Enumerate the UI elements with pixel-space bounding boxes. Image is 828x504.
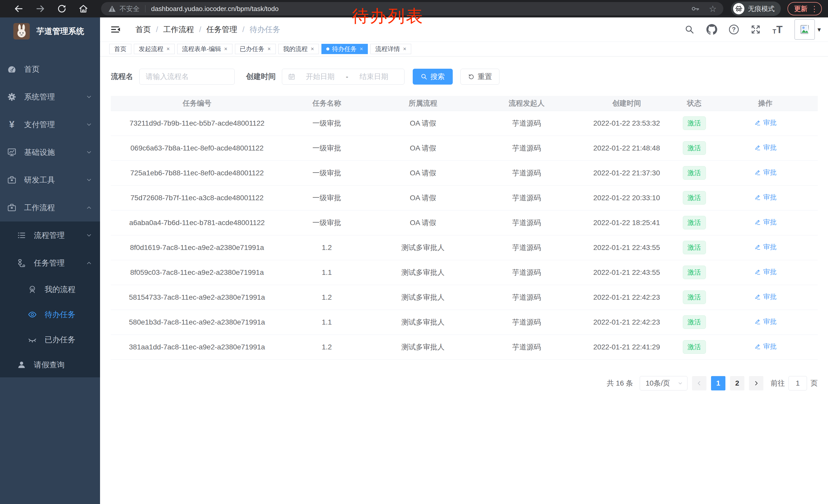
tab-process-form-edit[interactable]: 流程表单-编辑 × — [177, 44, 233, 54]
url-text: dashboard.yudao.iocoder.cn/bpm/task/todo — [151, 5, 279, 13]
chevron-up-icon — [86, 204, 92, 211]
breadcrumb-item[interactable]: 首页 — [135, 25, 151, 35]
topbar-actions: ? TT ▾ — [672, 19, 821, 40]
cell-starter: 芋道源码 — [475, 260, 578, 285]
table-row: 58154733-7ac8-11ec-a9e2-a2380e71991a 1.2… — [111, 285, 818, 310]
address-bar[interactable]: 不安全 dashboard.yudao.iocoder.cn/bpm/task/… — [101, 2, 723, 15]
sidebar-item-payment[interactable]: ¥ 支付管理 — [0, 111, 100, 138]
font-size-button[interactable]: TT — [773, 25, 783, 35]
screen: 不安全 dashboard.yudao.iocoder.cn/bpm/task/… — [0, 0, 828, 504]
bookmark-star-icon[interactable]: ☆ — [709, 4, 717, 14]
close-icon[interactable]: × — [403, 46, 406, 52]
chevron-down-icon — [86, 177, 92, 183]
breadcrumb-item[interactable]: 任务管理 — [206, 25, 237, 35]
next-page-button[interactable] — [749, 376, 763, 391]
cell-created-time: 2022-01-22 20:33:10 — [578, 185, 676, 210]
cell-starter: 芋道源码 — [475, 334, 578, 359]
tab-home[interactable]: 首页 — [109, 44, 131, 54]
browser-forward-button[interactable] — [33, 2, 47, 16]
reset-button-label: 重置 — [478, 72, 492, 82]
table-header: 任务编号 任务名称 所属流程 流程发起人 创建时间 状态 操作 — [111, 96, 818, 111]
cell-starter: 芋道源码 — [475, 136, 578, 161]
cell-task-id: 8f059c03-7ac8-11ec-a9e2-a2380e71991a — [111, 260, 283, 285]
tab-todo-tasks[interactable]: 待办任务 × — [321, 44, 368, 54]
reset-button[interactable]: 重置 — [460, 69, 499, 85]
sidebar-item-label: 工作流程 — [24, 202, 86, 213]
sidebar-item-workflow[interactable]: 工作流程 — [0, 194, 100, 222]
password-key-icon[interactable] — [691, 4, 700, 13]
cell-status: 激活 — [676, 285, 713, 310]
sidebar-collapse-button[interactable] — [110, 24, 121, 35]
browser-reload-button[interactable] — [55, 2, 69, 16]
range-separator: - — [345, 73, 349, 81]
tab-done-tasks[interactable]: 已办任务 × — [235, 44, 276, 54]
font-size-small-glyph: T — [773, 29, 777, 35]
tab-my-processes[interactable]: 我的流程 × — [278, 44, 319, 54]
browser-home-button[interactable] — [76, 2, 90, 16]
tab-process-detail[interactable]: 流程详情 × — [370, 44, 411, 54]
cell-task-id: 73211d9d-7b9b-11ec-b5b7-acde48001122 — [111, 111, 283, 136]
sidebar-logo[interactable]: 芋道管理系统 — [0, 17, 100, 45]
col-task-id: 任务编号 — [111, 96, 283, 111]
page-button-2[interactable]: 2 — [730, 376, 744, 391]
approve-button[interactable]: 审批 — [754, 317, 777, 326]
approve-button[interactable]: 审批 — [754, 267, 777, 276]
sidebar-item-home[interactable]: 首页 — [0, 55, 100, 83]
sidebar-item-system[interactable]: 系统管理 — [0, 83, 100, 111]
tab-label: 流程表单-编辑 — [182, 45, 221, 53]
date-range-picker[interactable]: 开始日期 - 结束日期 — [282, 69, 405, 85]
close-icon[interactable]: × — [360, 46, 363, 52]
status-badge: 激活 — [683, 191, 706, 204]
sidebar-item-label: 任务管理 — [34, 258, 86, 268]
cell-task-name: 1.1 — [283, 260, 370, 285]
prev-page-button[interactable] — [692, 376, 706, 391]
status-badge: 激活 — [683, 241, 706, 254]
approve-button[interactable]: 审批 — [754, 292, 777, 301]
sidebar-item-task-management[interactable]: 任务管理 — [0, 249, 100, 277]
approve-button[interactable]: 审批 — [754, 242, 777, 251]
search-button[interactable]: 搜索 — [413, 69, 453, 85]
github-link[interactable] — [706, 24, 717, 35]
close-icon[interactable]: × — [311, 46, 314, 52]
sidebar-item-my-processes[interactable]: 我的流程 — [0, 277, 100, 302]
close-icon[interactable]: × — [267, 46, 271, 52]
browser-update-button[interactable]: 更新 ⋮ — [787, 2, 822, 15]
cell-created-time: 2022-01-22 21:37:30 — [578, 161, 676, 185]
briefcase-icon — [7, 175, 17, 185]
sidebar-item-infrastructure[interactable]: 基础设施 — [0, 138, 100, 166]
user-avatar[interactable]: ▾ — [794, 19, 821, 40]
cell-task-id: 580e1b3d-7ac8-11ec-a9e2-a2380e71991a — [111, 310, 283, 334]
cell-task-id: a6aba0a4-7b6d-11ec-b781-acde48001122 — [111, 210, 283, 235]
header-search-button[interactable] — [685, 25, 695, 35]
sidebar-item-leave-query[interactable]: 请假查询 — [0, 352, 100, 377]
approve-button[interactable]: 审批 — [754, 143, 777, 152]
sidebar-item-todo-tasks[interactable]: 待办任务 — [0, 302, 100, 327]
fullscreen-button[interactable] — [750, 25, 761, 35]
approve-label: 审批 — [763, 168, 777, 177]
cell-task-id: 8f0d1619-7ac8-11ec-a9e2-a2380e71991a — [111, 235, 283, 260]
approve-label: 审批 — [763, 292, 777, 301]
process-name-input[interactable] — [139, 69, 235, 85]
browser-menu-icon[interactable]: ⋮ — [811, 4, 818, 13]
cell-starter: 芋道源码 — [475, 185, 578, 210]
close-icon[interactable]: × — [224, 46, 227, 52]
approve-button[interactable]: 审批 — [754, 218, 777, 227]
approve-button[interactable]: 审批 — [754, 118, 777, 127]
close-icon[interactable]: × — [166, 46, 170, 52]
approve-button[interactable]: 审批 — [754, 168, 777, 177]
approve-button[interactable]: 审批 — [754, 193, 777, 202]
sidebar-item-label: 流程管理 — [34, 230, 86, 241]
sidebar-item-dev-tools[interactable]: 研发工具 — [0, 166, 100, 194]
tab-start-process[interactable]: 发起流程 × — [134, 44, 175, 54]
help-button[interactable]: ? — [729, 25, 739, 34]
goto-page-input[interactable] — [788, 376, 807, 391]
approve-label: 审批 — [763, 342, 777, 351]
browser-back-button[interactable] — [12, 2, 26, 16]
breadcrumb-item[interactable]: 工作流程 — [163, 25, 194, 35]
page-button-1[interactable]: 1 — [711, 376, 726, 391]
page-size-select[interactable]: 10条/页 — [640, 376, 688, 391]
approve-button[interactable]: 审批 — [754, 342, 777, 351]
sidebar-item-process-management[interactable]: 流程管理 — [0, 222, 100, 249]
sidebar-item-done-tasks[interactable]: 已办任务 — [0, 327, 100, 352]
status-badge: 激活 — [683, 290, 706, 304]
